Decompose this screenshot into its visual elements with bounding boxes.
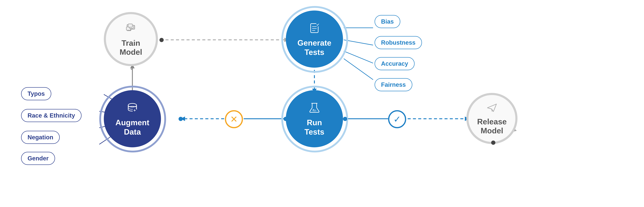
svg-line-42 bbox=[488, 108, 492, 109]
diagram-container: Train Model Generate Tests bbox=[0, 0, 644, 207]
x-icon: ✕ bbox=[230, 114, 238, 124]
generate-tests-node: Generate Tests bbox=[286, 10, 343, 68]
dot-train-right bbox=[160, 38, 164, 42]
svg-point-32 bbox=[316, 23, 320, 26]
dot-run-right bbox=[343, 117, 347, 121]
run-tests-node: Run Tests bbox=[286, 90, 343, 147]
check-circle: ✓ bbox=[388, 110, 406, 128]
pill-race-ethnicity: Race & Ethnicity bbox=[21, 109, 82, 122]
augment-data-label: Augment Data bbox=[116, 118, 149, 137]
dot-augment-right bbox=[178, 117, 183, 121]
pill-gender: Gender bbox=[21, 152, 55, 165]
dot-release-bottom bbox=[491, 141, 495, 145]
svg-point-35 bbox=[132, 108, 137, 112]
svg-rect-27 bbox=[128, 24, 132, 27]
svg-point-33 bbox=[128, 103, 136, 107]
dot-run-left bbox=[284, 117, 288, 121]
svg-line-20 bbox=[344, 59, 373, 80]
run-tests-label: Run Tests bbox=[304, 118, 324, 137]
svg-point-34 bbox=[128, 106, 136, 109]
svg-line-19 bbox=[344, 51, 373, 63]
run-tests-icon bbox=[308, 101, 321, 116]
augment-data-icon bbox=[126, 101, 139, 116]
pill-fairness: Fairness bbox=[374, 78, 412, 91]
train-model-node: Train Model bbox=[104, 12, 158, 66]
release-model-icon bbox=[486, 102, 498, 116]
svg-point-39 bbox=[312, 109, 316, 112]
pill-negation: Negation bbox=[21, 131, 60, 144]
svg-rect-28 bbox=[311, 24, 318, 33]
x-circle: ✕ bbox=[225, 110, 243, 128]
pill-accuracy: Accuracy bbox=[374, 57, 414, 70]
svg-point-40 bbox=[313, 109, 314, 110]
release-model-label: Release Model bbox=[477, 117, 507, 135]
train-model-label: Train Model bbox=[120, 38, 142, 56]
pill-typos: Typos bbox=[21, 87, 51, 100]
augment-data-node: Augment Data bbox=[104, 90, 161, 147]
check-icon: ✓ bbox=[394, 114, 401, 124]
generate-tests-label: Generate Tests bbox=[298, 38, 331, 57]
pill-robustness: Robustness bbox=[374, 36, 422, 49]
svg-line-18 bbox=[344, 40, 373, 45]
generate-tests-icon bbox=[308, 21, 321, 37]
release-model-node: Release Model bbox=[466, 93, 518, 144]
train-model-icon bbox=[124, 22, 138, 37]
pill-bias: Bias bbox=[374, 15, 400, 28]
